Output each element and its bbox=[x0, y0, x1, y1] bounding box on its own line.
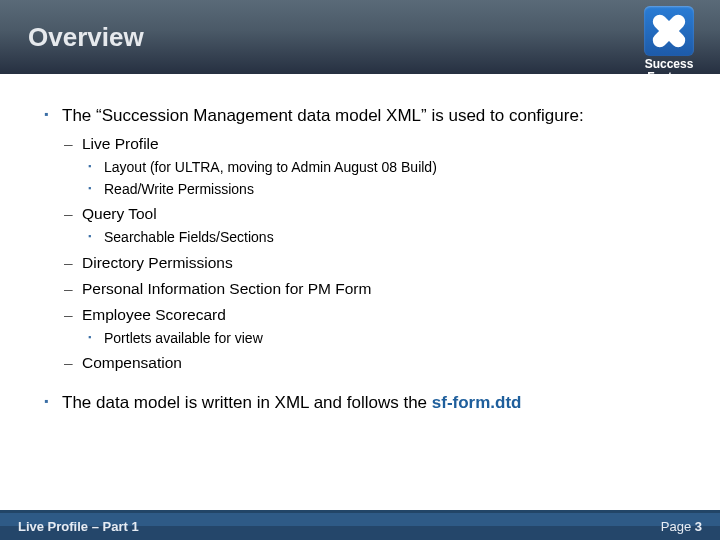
footer-left: Live Profile – Part 1 bbox=[18, 519, 139, 534]
sub-item-employee-scorecard: Employee Scorecard Portlets available fo… bbox=[62, 305, 680, 347]
slide-header: Overview Success Factors bbox=[0, 0, 720, 74]
slide: Overview Success Factors The “Succession… bbox=[0, 0, 720, 540]
sub-sub-list: Layout (for ULTRA, moving to Admin Augus… bbox=[82, 158, 680, 198]
sub-sub-list: Portlets available for view bbox=[82, 329, 680, 347]
brand-logo: Success Factors bbox=[632, 6, 706, 83]
brand-name-line2: Factors bbox=[647, 70, 690, 84]
slide-title: Overview bbox=[28, 22, 144, 53]
page-label: Page bbox=[661, 519, 695, 534]
slide-body: The “Succession Management data model XM… bbox=[0, 74, 720, 510]
sub-sub-item: Read/Write Permissions bbox=[82, 180, 680, 198]
page-number: 3 bbox=[695, 519, 702, 534]
sub-sub-list: Searchable Fields/Sections bbox=[82, 228, 680, 246]
sub-item-live-profile: Live Profile Layout (for ULTRA, moving t… bbox=[62, 134, 680, 199]
bullet-text: The data model is written in XML and fol… bbox=[62, 393, 432, 412]
sub-item-directory: Directory Permissions bbox=[62, 253, 680, 273]
sub-item-query-tool: Query Tool Searchable Fields/Sections bbox=[62, 204, 680, 246]
brand-name: Success Factors bbox=[632, 58, 706, 83]
sub-item-personal-info: Personal Information Section for PM Form bbox=[62, 279, 680, 299]
brand-logo-icon bbox=[644, 6, 694, 56]
dtd-name: sf-form.dtd bbox=[432, 393, 522, 412]
sub-item-label: Query Tool bbox=[82, 205, 157, 222]
sub-sub-item: Layout (for ULTRA, moving to Admin Augus… bbox=[82, 158, 680, 176]
sub-sub-item: Portlets available for view bbox=[82, 329, 680, 347]
footer-page: Page 3 bbox=[661, 519, 702, 534]
sub-item-label: Employee Scorecard bbox=[82, 306, 226, 323]
bullet-main-1: The “Succession Management data model XM… bbox=[40, 104, 680, 373]
bullet-list: The “Succession Management data model XM… bbox=[40, 104, 680, 415]
sub-list: Live Profile Layout (for ULTRA, moving t… bbox=[62, 134, 680, 374]
sub-item-label: Live Profile bbox=[82, 135, 159, 152]
x-person-icon bbox=[651, 13, 687, 49]
bullet-text: The “Succession Management data model XM… bbox=[62, 106, 584, 125]
sub-item-compensation: Compensation bbox=[62, 353, 680, 373]
sub-sub-item: Searchable Fields/Sections bbox=[82, 228, 680, 246]
bullet-main-2: The data model is written in XML and fol… bbox=[40, 391, 680, 415]
slide-footer: Live Profile – Part 1 Page 3 bbox=[0, 510, 720, 540]
